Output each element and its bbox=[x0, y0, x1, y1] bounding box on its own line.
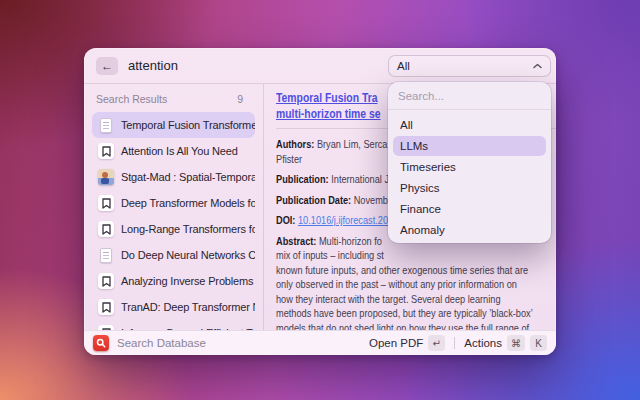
result-item-label: Temporal Fusion Transformers f... bbox=[121, 119, 255, 131]
dropdown-item-all[interactable]: All bbox=[393, 115, 546, 135]
result-item-label: Attention Is All You Need bbox=[121, 145, 238, 157]
authors-label: Authors: bbox=[276, 138, 314, 150]
image-thumbnail-icon bbox=[98, 169, 114, 185]
dropdown-search-input[interactable] bbox=[398, 90, 541, 102]
result-item-label: TranAD: Deep Transformer Net... bbox=[121, 301, 255, 313]
extension-search-icon bbox=[93, 335, 109, 351]
result-item-temporal-fusion[interactable]: Temporal Fusion Transformers f... bbox=[92, 112, 255, 138]
category-dropdown-panel: All LLMs Timeseries Physics Finance Anom… bbox=[388, 82, 551, 243]
bookmark-icon bbox=[98, 299, 114, 315]
document-icon bbox=[98, 117, 114, 133]
search-query-text[interactable]: attention bbox=[128, 58, 178, 73]
results-section-header: Search Results 9 bbox=[92, 90, 255, 112]
result-item-label: Analyzing Inverse Problems with... bbox=[121, 275, 255, 287]
results-count: 9 bbox=[237, 93, 243, 105]
category-filter-dropdown[interactable]: All bbox=[388, 55, 551, 77]
result-item-label: Do Deep Neural Networks Contr... bbox=[121, 249, 255, 261]
document-icon bbox=[98, 247, 114, 263]
action-bar: Search Database Open PDF ↵ Actions ⌘ K bbox=[84, 330, 556, 355]
result-item-label: Deep Transformer Models for Ti... bbox=[121, 197, 255, 209]
footer-separator bbox=[454, 337, 455, 349]
bookmark-icon bbox=[98, 143, 114, 159]
result-item-label: Long-Range Transformers for D... bbox=[121, 223, 255, 235]
doi-link[interactable]: 10.1016/j.ijforecast.20 bbox=[298, 214, 388, 226]
result-item-attention[interactable]: Attention Is All You Need bbox=[92, 138, 255, 164]
dropdown-item-finance[interactable]: Finance bbox=[393, 199, 546, 219]
publication-label: Publication: bbox=[276, 173, 329, 185]
bookmark-icon bbox=[98, 195, 114, 211]
result-item-tranad[interactable]: TranAD: Deep Transformer Net... bbox=[92, 294, 255, 320]
filter-selected-value: All bbox=[397, 60, 410, 72]
result-item-stgat-mad[interactable]: Stgat-Mad : Spatial-Temporal Gr... bbox=[92, 164, 255, 190]
result-item-analyzing-inverse[interactable]: Analyzing Inverse Problems with... bbox=[92, 268, 255, 294]
abstract-text: mix of inputs – including st known futur… bbox=[276, 248, 556, 330]
result-item-do-deep-nn[interactable]: Do Deep Neural Networks Contr... bbox=[92, 242, 255, 268]
search-results-pane: Search Results 9 Temporal Fusion Transfo… bbox=[84, 84, 263, 330]
publication-date-label: Publication Date: bbox=[276, 194, 351, 206]
bookmark-icon bbox=[98, 273, 114, 289]
dropdown-item-anomaly[interactable]: Anomaly bbox=[393, 220, 546, 240]
publication-value: International J bbox=[331, 173, 389, 185]
results-section-title: Search Results bbox=[96, 93, 167, 105]
publication-date-value: Novemb bbox=[354, 194, 388, 206]
abstract-intro: Multi-horizon fo bbox=[319, 235, 382, 247]
dropdown-item-llms[interactable]: LLMs bbox=[393, 136, 546, 156]
open-pdf-button[interactable]: Open PDF bbox=[369, 337, 423, 349]
return-key-badge: ↵ bbox=[428, 335, 445, 351]
dropdown-item-list: All LLMs Timeseries Physics Finance Anom… bbox=[388, 110, 551, 243]
back-button[interactable]: ← bbox=[96, 57, 118, 75]
k-key-badge: K bbox=[530, 335, 547, 351]
actions-button[interactable]: Actions bbox=[464, 337, 502, 349]
back-arrow-icon: ← bbox=[101, 59, 113, 73]
result-item-deep-transformer[interactable]: Deep Transformer Models for Ti... bbox=[92, 190, 255, 216]
authors-value: Bryan Lim, Serca bbox=[317, 138, 388, 150]
dropdown-search-row bbox=[388, 82, 551, 110]
bookmark-icon bbox=[98, 221, 114, 237]
footer-context-label: Search Database bbox=[117, 337, 206, 349]
doi-label: DOI: bbox=[276, 214, 295, 226]
result-item-long-range[interactable]: Long-Range Transformers for D... bbox=[92, 216, 255, 242]
window-header: ← attention All bbox=[84, 48, 556, 84]
chevron-up-icon bbox=[533, 63, 542, 69]
result-item-informer[interactable]: Informer: Beyond Efficient Trans bbox=[92, 320, 255, 330]
dropdown-item-physics[interactable]: Physics bbox=[393, 178, 546, 198]
desktop-wallpaper: ← attention All Search Results 9 Tempora… bbox=[0, 0, 640, 400]
result-item-label: Stgat-Mad : Spatial-Temporal Gr... bbox=[121, 171, 255, 183]
command-key-badge: ⌘ bbox=[507, 335, 525, 351]
abstract-label: Abstract: bbox=[276, 235, 316, 247]
dropdown-item-timeseries[interactable]: Timeseries bbox=[393, 157, 546, 177]
